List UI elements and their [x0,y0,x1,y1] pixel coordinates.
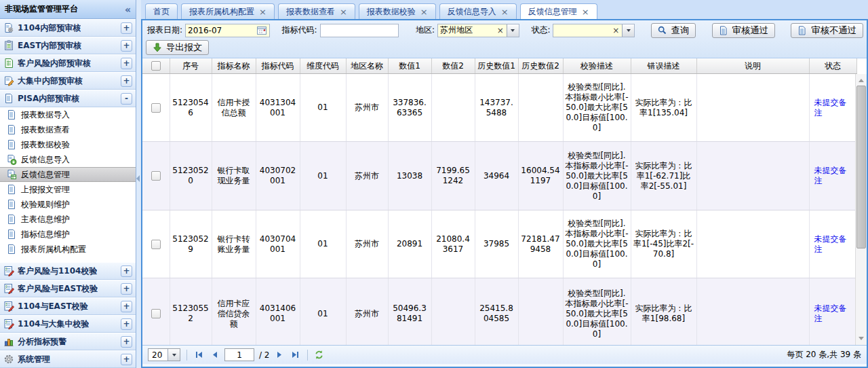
sidebar-item-反馈信息导入[interactable]: 反馈信息导入 [0,152,136,167]
column-header-说明[interactable]: 说明 [696,58,809,74]
column-header-校验描述[interactable]: 校验描述 [563,58,631,74]
last-page-button[interactable] [290,350,301,361]
sidebar-group-客户风险与1104校验[interactable]: 客户风险与1104校验+ [0,262,136,280]
status-link[interactable]: 未提交备注 [814,303,847,323]
column-header-指标代码[interactable]: 指标代码 [256,58,300,74]
sidebar-group-1104与大集中校验[interactable]: 1104与大集中校验+ [0,315,136,333]
tab-close-icon[interactable]: × [582,7,589,16]
expand-button[interactable]: + [121,318,132,330]
column-header-状态[interactable]: 状态 [809,58,856,74]
status-link[interactable]: 未提交备注 [814,98,847,117]
status-dropdown-icon[interactable] [622,24,634,37]
sidebar-item-主表信息维护[interactable]: 主表信息维护 [0,212,136,227]
column-header-指标名称[interactable]: 指标名称 [212,58,256,74]
tab-close-icon[interactable]: × [340,7,347,16]
status-link[interactable]: 未提交备注 [814,166,847,185]
cell-status: 未提交备注 [809,142,856,210]
collapse-button[interactable]: - [121,93,132,105]
sidebar-item-报表数据校验[interactable]: 报表数据校验 [0,137,136,152]
expand-button[interactable]: + [121,336,132,348]
expand-button[interactable]: + [121,354,132,365]
column-header-历史数值1[interactable]: 历史数值1 [475,58,518,74]
sidebar-group-1104与EAST校验[interactable]: 1104与EAST校验+ [0,297,136,315]
reject-button[interactable]: 审核不通过 [791,23,863,38]
cell-v1: 20891 [388,210,431,278]
current-page-input[interactable] [224,348,254,361]
tab-close-icon[interactable]: × [501,7,509,16]
page-size-dropdown-icon[interactable] [167,349,180,361]
sidebar-group-EAST内部预审核[interactable]: EAST内部预审核+ [0,37,136,54]
expand-button[interactable]: + [121,75,132,87]
column-header-历史数值2[interactable]: 历史数值2 [518,58,563,74]
sidebar-item-报表数据导入[interactable]: 报表数据导入 [0,107,136,122]
sidebar-item-反馈信息管理[interactable]: 反馈信息管理 [0,167,136,182]
search-button[interactable]: 查询 [651,23,696,38]
sidebar-item-指标信息维护[interactable]: 指标信息维护 [0,227,136,242]
region-clear-icon[interactable]: × [497,26,504,35]
sidebar-collapse-icon[interactable]: « [125,4,131,15]
grid-vertical-scrollbar[interactable] [855,74,867,345]
next-page-button[interactable] [275,350,285,361]
page-size-select[interactable]: 20 [148,348,180,361]
sidebar-splitter[interactable] [136,0,141,368]
tab-报表所属机构配置[interactable]: 报表所属机构配置× [181,3,275,19]
scroll-up-icon[interactable] [856,75,866,86]
splitter-collapse-icon[interactable] [136,175,140,182]
expand-button[interactable]: + [121,40,132,52]
expand-button[interactable]: + [121,265,132,277]
scroll-down-icon[interactable] [856,333,866,344]
sidebar-group-系统管理[interactable]: 系统管理+ [0,350,136,368]
column-header-数值1[interactable]: 数值1 [388,58,431,74]
expand-button[interactable]: + [121,58,132,69]
sidebar-item-报表数据查看[interactable]: 报表数据查看 [0,122,136,137]
sidebar-group-大集中内部预审核[interactable]: 大集中内部预审核+ [0,72,136,90]
sidebar-item-上报报文管理[interactable]: 上报报文管理 [0,182,136,197]
status-link[interactable]: 未提交备注 [814,234,847,254]
expand-button[interactable]: + [121,301,132,312]
column-header-数值2[interactable]: 数值2 [431,58,475,74]
row-checkbox[interactable] [151,309,161,318]
expand-button[interactable]: + [121,283,132,295]
region-dropdown-icon[interactable] [507,24,519,37]
column-header-维度代码[interactable]: 维度代码 [300,58,346,74]
first-page-button[interactable] [193,350,204,361]
scrollbar-thumb[interactable] [856,86,866,249]
sidebar-group-分析指标预警[interactable]: 分析指标预警+ [0,333,136,350]
sidebar: 非现场监管管理平台 « 1104内部预审核+EAST内部预审核+客户风险内部预审… [0,0,136,368]
status-clear-icon[interactable]: × [612,26,619,35]
calendar-icon[interactable] [256,25,267,36]
approve-button[interactable]: 审核通过 [712,23,775,38]
cell-h2: 72181.479458 [518,210,563,278]
column-header-错误描述[interactable]: 错误描述 [631,58,696,74]
export-button[interactable]: 导出报文 [146,40,209,55]
sidebar-item-校验规则维护[interactable]: 校验规则维护 [0,197,136,212]
tab-首页[interactable]: 首页 [145,3,178,19]
tab-报表数据校验[interactable]: 报表数据校验× [359,3,436,19]
tab-反馈信息管理[interactable]: 反馈信息管理× [520,3,597,19]
toolbar-row-2: 导出报文 [146,39,863,56]
cell-status: 未提交备注 [809,74,856,142]
report-date-field[interactable]: 2016-07 [185,24,270,37]
tab-close-icon[interactable]: × [259,7,267,16]
expand-button[interactable]: + [121,22,132,34]
tab-反馈信息导入[interactable]: 反馈信息导入× [439,3,517,19]
indicator-code-input[interactable] [320,24,399,37]
sidebar-group-客户风险与EAST校验[interactable]: 客户风险与EAST校验+ [0,280,136,297]
tab-close-icon[interactable]: × [420,7,428,16]
prev-page-button[interactable] [209,350,220,361]
select-all-checkbox[interactable] [151,61,161,71]
sidebar-group-PISA内部预审核[interactable]: PISA内部预审核- [0,90,136,107]
cell-h2: 16004.541197 [518,142,563,210]
sidebar-group-1104内部预审核[interactable]: 1104内部预审核+ [0,19,136,37]
sidebar-item-报表所属机构配置[interactable]: 报表所属机构配置 [0,242,136,257]
sidebar-group-客户风险内部预审核[interactable]: 客户风险内部预审核+ [0,54,136,72]
refresh-icon[interactable] [314,350,325,361]
row-checkbox[interactable] [151,240,161,249]
row-checkbox[interactable] [151,171,161,181]
tab-报表数据查看[interactable]: 报表数据查看× [278,3,355,19]
column-header-地区名称[interactable]: 地区名称 [346,58,388,74]
row-checkbox[interactable] [151,103,161,113]
region-combo[interactable]: 苏州地区 × [437,24,519,37]
status-combo[interactable]: × [553,24,635,37]
column-header-序号[interactable]: 序号 [170,58,212,74]
